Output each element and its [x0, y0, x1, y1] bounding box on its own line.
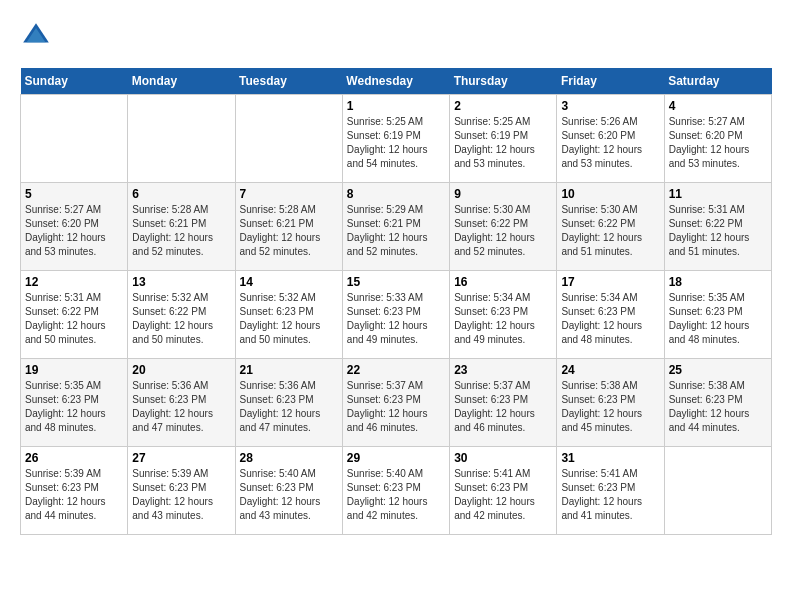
- calendar-week-row: 1Sunrise: 5:25 AM Sunset: 6:19 PM Daylig…: [21, 95, 772, 183]
- day-detail: Sunrise: 5:25 AM Sunset: 6:19 PM Dayligh…: [347, 115, 445, 171]
- day-detail: Sunrise: 5:40 AM Sunset: 6:23 PM Dayligh…: [347, 467, 445, 523]
- day-detail: Sunrise: 5:31 AM Sunset: 6:22 PM Dayligh…: [669, 203, 767, 259]
- day-number: 7: [240, 187, 338, 201]
- day-detail: Sunrise: 5:33 AM Sunset: 6:23 PM Dayligh…: [347, 291, 445, 347]
- calendar-day-cell: 11Sunrise: 5:31 AM Sunset: 6:22 PM Dayli…: [664, 183, 771, 271]
- calendar-day-cell: 21Sunrise: 5:36 AM Sunset: 6:23 PM Dayli…: [235, 359, 342, 447]
- day-number: 27: [132, 451, 230, 465]
- day-detail: Sunrise: 5:32 AM Sunset: 6:22 PM Dayligh…: [132, 291, 230, 347]
- day-number: 19: [25, 363, 123, 377]
- calendar-day-cell: 9Sunrise: 5:30 AM Sunset: 6:22 PM Daylig…: [450, 183, 557, 271]
- day-detail: Sunrise: 5:36 AM Sunset: 6:23 PM Dayligh…: [132, 379, 230, 435]
- day-detail: Sunrise: 5:28 AM Sunset: 6:21 PM Dayligh…: [132, 203, 230, 259]
- calendar-day-cell: 18Sunrise: 5:35 AM Sunset: 6:23 PM Dayli…: [664, 271, 771, 359]
- calendar-day-cell: 7Sunrise: 5:28 AM Sunset: 6:21 PM Daylig…: [235, 183, 342, 271]
- day-number: 4: [669, 99, 767, 113]
- day-detail: Sunrise: 5:35 AM Sunset: 6:23 PM Dayligh…: [669, 291, 767, 347]
- calendar-day-cell: 16Sunrise: 5:34 AM Sunset: 6:23 PM Dayli…: [450, 271, 557, 359]
- day-detail: Sunrise: 5:39 AM Sunset: 6:23 PM Dayligh…: [25, 467, 123, 523]
- calendar-day-cell: 26Sunrise: 5:39 AM Sunset: 6:23 PM Dayli…: [21, 447, 128, 535]
- day-number: 14: [240, 275, 338, 289]
- weekday-header: Thursday: [450, 68, 557, 95]
- day-detail: Sunrise: 5:41 AM Sunset: 6:23 PM Dayligh…: [561, 467, 659, 523]
- calendar-day-cell: 12Sunrise: 5:31 AM Sunset: 6:22 PM Dayli…: [21, 271, 128, 359]
- day-number: 13: [132, 275, 230, 289]
- day-number: 12: [25, 275, 123, 289]
- logo-icon: [20, 20, 52, 52]
- day-number: 16: [454, 275, 552, 289]
- day-detail: Sunrise: 5:41 AM Sunset: 6:23 PM Dayligh…: [454, 467, 552, 523]
- calendar-week-row: 19Sunrise: 5:35 AM Sunset: 6:23 PM Dayli…: [21, 359, 772, 447]
- day-detail: Sunrise: 5:27 AM Sunset: 6:20 PM Dayligh…: [25, 203, 123, 259]
- page-header: [20, 20, 772, 52]
- day-number: 15: [347, 275, 445, 289]
- day-detail: Sunrise: 5:26 AM Sunset: 6:20 PM Dayligh…: [561, 115, 659, 171]
- day-number: 26: [25, 451, 123, 465]
- calendar-day-cell: 13Sunrise: 5:32 AM Sunset: 6:22 PM Dayli…: [128, 271, 235, 359]
- day-number: 21: [240, 363, 338, 377]
- weekday-header: Sunday: [21, 68, 128, 95]
- day-detail: Sunrise: 5:35 AM Sunset: 6:23 PM Dayligh…: [25, 379, 123, 435]
- calendar-day-cell: 14Sunrise: 5:32 AM Sunset: 6:23 PM Dayli…: [235, 271, 342, 359]
- day-number: 18: [669, 275, 767, 289]
- calendar-day-cell: [664, 447, 771, 535]
- calendar-day-cell: 27Sunrise: 5:39 AM Sunset: 6:23 PM Dayli…: [128, 447, 235, 535]
- day-detail: Sunrise: 5:30 AM Sunset: 6:22 PM Dayligh…: [561, 203, 659, 259]
- calendar-header: SundayMondayTuesdayWednesdayThursdayFrid…: [21, 68, 772, 95]
- calendar-day-cell: 24Sunrise: 5:38 AM Sunset: 6:23 PM Dayli…: [557, 359, 664, 447]
- day-detail: Sunrise: 5:30 AM Sunset: 6:22 PM Dayligh…: [454, 203, 552, 259]
- day-number: 29: [347, 451, 445, 465]
- day-number: 22: [347, 363, 445, 377]
- day-number: 11: [669, 187, 767, 201]
- calendar-week-row: 12Sunrise: 5:31 AM Sunset: 6:22 PM Dayli…: [21, 271, 772, 359]
- day-number: 6: [132, 187, 230, 201]
- day-number: 31: [561, 451, 659, 465]
- day-detail: Sunrise: 5:34 AM Sunset: 6:23 PM Dayligh…: [454, 291, 552, 347]
- calendar-day-cell: 1Sunrise: 5:25 AM Sunset: 6:19 PM Daylig…: [342, 95, 449, 183]
- logo: [20, 20, 58, 52]
- calendar-day-cell: 15Sunrise: 5:33 AM Sunset: 6:23 PM Dayli…: [342, 271, 449, 359]
- day-detail: Sunrise: 5:36 AM Sunset: 6:23 PM Dayligh…: [240, 379, 338, 435]
- weekday-header: Wednesday: [342, 68, 449, 95]
- day-number: 30: [454, 451, 552, 465]
- day-number: 3: [561, 99, 659, 113]
- calendar-day-cell: 19Sunrise: 5:35 AM Sunset: 6:23 PM Dayli…: [21, 359, 128, 447]
- calendar-day-cell: 23Sunrise: 5:37 AM Sunset: 6:23 PM Dayli…: [450, 359, 557, 447]
- calendar-day-cell: 17Sunrise: 5:34 AM Sunset: 6:23 PM Dayli…: [557, 271, 664, 359]
- calendar-week-row: 26Sunrise: 5:39 AM Sunset: 6:23 PM Dayli…: [21, 447, 772, 535]
- calendar-day-cell: [235, 95, 342, 183]
- weekday-header: Friday: [557, 68, 664, 95]
- calendar-day-cell: [21, 95, 128, 183]
- calendar-day-cell: 30Sunrise: 5:41 AM Sunset: 6:23 PM Dayli…: [450, 447, 557, 535]
- calendar-day-cell: 3Sunrise: 5:26 AM Sunset: 6:20 PM Daylig…: [557, 95, 664, 183]
- calendar-day-cell: 5Sunrise: 5:27 AM Sunset: 6:20 PM Daylig…: [21, 183, 128, 271]
- day-detail: Sunrise: 5:37 AM Sunset: 6:23 PM Dayligh…: [347, 379, 445, 435]
- day-detail: Sunrise: 5:25 AM Sunset: 6:19 PM Dayligh…: [454, 115, 552, 171]
- day-detail: Sunrise: 5:28 AM Sunset: 6:21 PM Dayligh…: [240, 203, 338, 259]
- day-number: 1: [347, 99, 445, 113]
- calendar-day-cell: [128, 95, 235, 183]
- weekday-header: Tuesday: [235, 68, 342, 95]
- day-number: 9: [454, 187, 552, 201]
- day-detail: Sunrise: 5:29 AM Sunset: 6:21 PM Dayligh…: [347, 203, 445, 259]
- day-detail: Sunrise: 5:34 AM Sunset: 6:23 PM Dayligh…: [561, 291, 659, 347]
- calendar-day-cell: 4Sunrise: 5:27 AM Sunset: 6:20 PM Daylig…: [664, 95, 771, 183]
- calendar-day-cell: 25Sunrise: 5:38 AM Sunset: 6:23 PM Dayli…: [664, 359, 771, 447]
- day-number: 20: [132, 363, 230, 377]
- calendar-day-cell: 2Sunrise: 5:25 AM Sunset: 6:19 PM Daylig…: [450, 95, 557, 183]
- day-number: 8: [347, 187, 445, 201]
- day-number: 24: [561, 363, 659, 377]
- day-number: 23: [454, 363, 552, 377]
- calendar-day-cell: 20Sunrise: 5:36 AM Sunset: 6:23 PM Dayli…: [128, 359, 235, 447]
- day-detail: Sunrise: 5:32 AM Sunset: 6:23 PM Dayligh…: [240, 291, 338, 347]
- calendar-table: SundayMondayTuesdayWednesdayThursdayFrid…: [20, 68, 772, 535]
- calendar-day-cell: 31Sunrise: 5:41 AM Sunset: 6:23 PM Dayli…: [557, 447, 664, 535]
- day-number: 2: [454, 99, 552, 113]
- day-detail: Sunrise: 5:38 AM Sunset: 6:23 PM Dayligh…: [669, 379, 767, 435]
- day-detail: Sunrise: 5:37 AM Sunset: 6:23 PM Dayligh…: [454, 379, 552, 435]
- weekday-header: Saturday: [664, 68, 771, 95]
- calendar-day-cell: 22Sunrise: 5:37 AM Sunset: 6:23 PM Dayli…: [342, 359, 449, 447]
- day-number: 25: [669, 363, 767, 377]
- calendar-day-cell: 28Sunrise: 5:40 AM Sunset: 6:23 PM Dayli…: [235, 447, 342, 535]
- day-detail: Sunrise: 5:27 AM Sunset: 6:20 PM Dayligh…: [669, 115, 767, 171]
